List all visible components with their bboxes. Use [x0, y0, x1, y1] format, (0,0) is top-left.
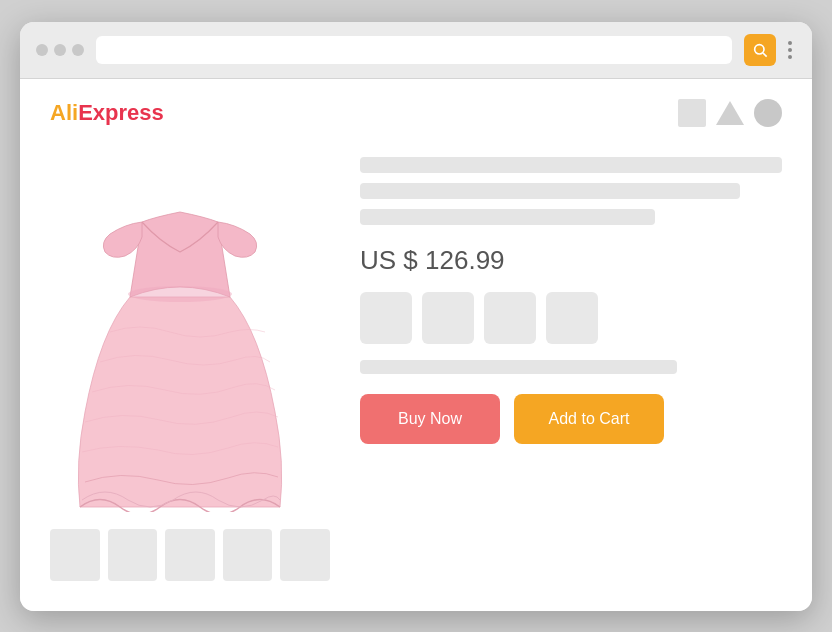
thumbnail-row [50, 529, 330, 581]
logo-ali: Ali [50, 100, 78, 125]
product-title-line-2 [360, 183, 740, 199]
circle-icon [754, 99, 782, 127]
triangle-icon [716, 101, 744, 125]
price-section: US $ 126.99 [360, 245, 782, 276]
browser-titlebar [20, 22, 812, 79]
action-buttons: Buy Now Add to Cart [360, 394, 782, 444]
search-button[interactable] [744, 34, 776, 66]
buy-now-button[interactable]: Buy Now [360, 394, 500, 444]
product-title-line-1 [360, 157, 782, 173]
svg-point-0 [755, 44, 764, 53]
dot-maximize [72, 44, 84, 56]
product-price: US $ 126.99 [360, 245, 505, 275]
thumbnail-2[interactable] [108, 529, 158, 581]
dot-close [36, 44, 48, 56]
option-2[interactable] [422, 292, 474, 344]
header-icons [678, 99, 782, 127]
browser-dots [36, 44, 84, 56]
dress-image [70, 152, 290, 512]
menu-dot [788, 41, 792, 45]
thumbnail-4[interactable] [223, 529, 273, 581]
square-icon [678, 99, 706, 127]
add-to-cart-button[interactable]: Add to Cart [514, 394, 664, 444]
search-icon [752, 42, 768, 58]
thumbnail-5[interactable] [280, 529, 330, 581]
browser-window: AliExpress [20, 22, 812, 611]
option-4[interactable] [546, 292, 598, 344]
address-bar[interactable] [96, 36, 732, 64]
options-row [360, 292, 782, 344]
dot-minimize [54, 44, 66, 56]
menu-dot [788, 55, 792, 59]
product-area: US $ 126.99 Buy Now Add to Cart [50, 147, 782, 581]
product-images-section [50, 147, 330, 581]
svg-point-2 [128, 286, 232, 302]
product-title-line-3 [360, 209, 655, 225]
site-header: AliExpress [50, 99, 782, 127]
option-1[interactable] [360, 292, 412, 344]
browser-actions [744, 34, 796, 66]
logo: AliExpress [50, 100, 164, 126]
logo-express: Express [78, 100, 164, 125]
svg-line-1 [763, 53, 767, 57]
option-3[interactable] [484, 292, 536, 344]
product-details-line [360, 360, 677, 374]
thumbnail-1[interactable] [50, 529, 100, 581]
page-content: AliExpress [20, 79, 812, 611]
main-product-image [50, 147, 310, 517]
menu-dot [788, 48, 792, 52]
menu-dots-button[interactable] [784, 37, 796, 63]
thumbnail-3[interactable] [165, 529, 215, 581]
product-details-section: US $ 126.99 Buy Now Add to Cart [360, 147, 782, 581]
